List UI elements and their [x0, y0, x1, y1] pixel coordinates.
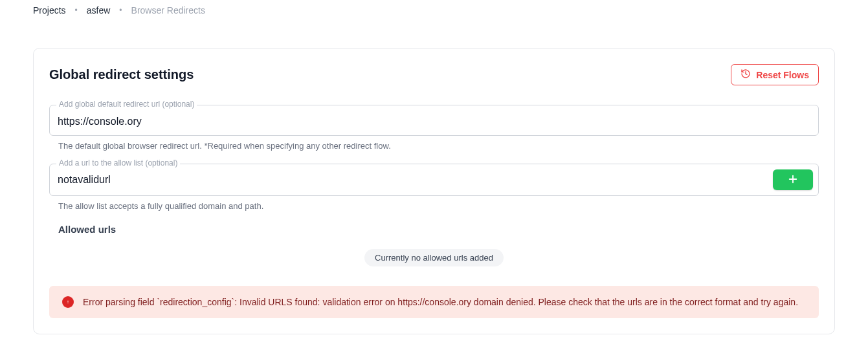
breadcrumb-item-projects[interactable]: Projects: [33, 5, 66, 16]
svg-rect-5: [68, 303, 69, 304]
card-header: Global redirect settings Reset Flows: [49, 64, 819, 85]
allow-list-helper: The allow list accepts a fully qualified…: [58, 201, 819, 211]
breadcrumb: Projects • asfew • Browser Redirects: [0, 0, 868, 16]
error-alert: Error parsing field `redirection_config`…: [49, 286, 819, 318]
reset-flows-label: Reset Flows: [756, 70, 809, 80]
history-icon: [740, 69, 751, 81]
breadcrumb-item-project-name[interactable]: asfew: [87, 5, 111, 16]
allow-list-input[interactable]: [58, 170, 766, 189]
allow-list-field[interactable]: Add a url to the allow list (optional): [49, 164, 819, 196]
breadcrumb-separator: •: [119, 6, 122, 15]
breadcrumb-item-current: Browser Redirects: [131, 5, 205, 16]
global-redirect-field[interactable]: Add global default redirect url (optiona…: [49, 105, 819, 136]
page-title: Global redirect settings: [49, 67, 194, 82]
svg-line-1: [746, 74, 747, 74]
allowed-urls-title: Allowed urls: [58, 224, 819, 235]
add-url-button[interactable]: [773, 169, 813, 190]
allowed-urls-empty-chip: Currently no allowed urls added: [364, 249, 504, 266]
breadcrumb-separator: •: [75, 6, 78, 15]
svg-rect-4: [68, 301, 69, 303]
allow-list-label: Add a url to the allow list (optional): [56, 158, 180, 168]
error-message: Error parsing field `redirection_config`…: [83, 297, 798, 307]
global-redirect-label: Add global default redirect url (optiona…: [56, 100, 197, 109]
plus-icon: [787, 173, 799, 187]
global-redirect-input[interactable]: [58, 116, 810, 127]
reset-flows-button[interactable]: Reset Flows: [731, 64, 819, 85]
global-redirect-helper: The default global browser redirect url.…: [58, 141, 819, 151]
settings-card: Global redirect settings Reset Flows Add…: [33, 48, 835, 334]
error-icon: [62, 296, 74, 308]
